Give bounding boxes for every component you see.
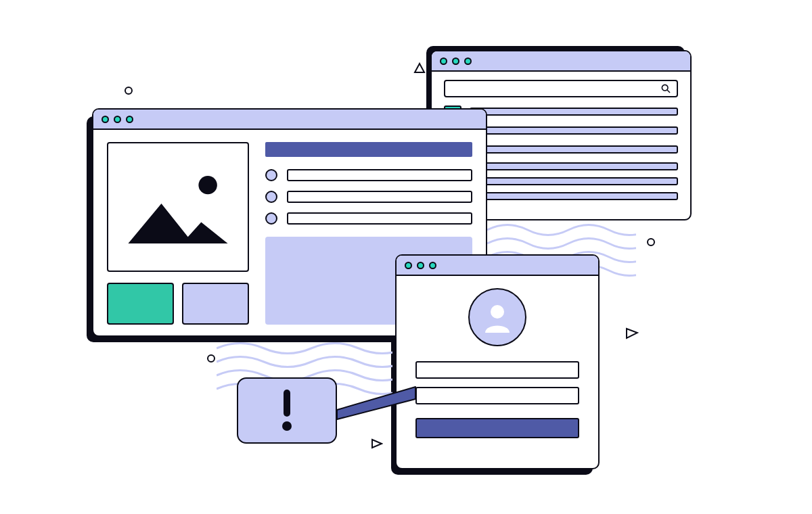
svg-point-7 bbox=[282, 421, 292, 431]
titlebar bbox=[432, 51, 690, 72]
search-icon bbox=[660, 83, 671, 94]
avatar bbox=[468, 288, 526, 346]
person-icon bbox=[479, 299, 516, 335]
decor-triangle-icon bbox=[413, 62, 426, 74]
image-placeholder-icon bbox=[108, 143, 248, 271]
text-line bbox=[287, 212, 472, 225]
decor-triangle-icon bbox=[371, 438, 383, 449]
traffic-light-icon bbox=[126, 116, 133, 123]
text-line bbox=[470, 145, 678, 154]
submit-button[interactable] bbox=[415, 418, 579, 438]
radio-icon[interactable] bbox=[265, 212, 277, 225]
svg-line-1 bbox=[667, 90, 670, 93]
svg-marker-8 bbox=[415, 64, 424, 72]
svg-marker-3 bbox=[128, 204, 227, 243]
decor-circle-icon bbox=[125, 87, 133, 95]
alert-bubble bbox=[237, 377, 337, 444]
decor-circle-icon bbox=[647, 238, 655, 246]
svg-point-2 bbox=[198, 176, 217, 194]
exclamation-icon bbox=[278, 388, 296, 433]
text-line bbox=[287, 169, 472, 181]
traffic-light-icon bbox=[114, 116, 121, 123]
illustration-stage bbox=[0, 0, 812, 514]
search-input[interactable] bbox=[444, 80, 678, 97]
text-line bbox=[287, 191, 472, 203]
traffic-light-icon bbox=[417, 262, 424, 269]
radio-icon[interactable] bbox=[265, 169, 277, 181]
radio-icon[interactable] bbox=[265, 191, 277, 203]
svg-point-4 bbox=[491, 305, 504, 319]
option-row[interactable] bbox=[265, 191, 472, 203]
svg-point-0 bbox=[662, 85, 668, 91]
traffic-light-icon bbox=[429, 262, 436, 269]
thumbnail[interactable] bbox=[107, 283, 174, 325]
svg-marker-5 bbox=[337, 387, 415, 419]
decor-triangle-icon bbox=[625, 327, 639, 340]
username-field[interactable] bbox=[415, 361, 579, 379]
traffic-light-icon bbox=[464, 57, 472, 65]
svg-marker-9 bbox=[372, 440, 382, 448]
titlebar bbox=[93, 110, 486, 130]
svg-rect-6 bbox=[284, 390, 290, 417]
traffic-light-icon bbox=[452, 57, 459, 65]
traffic-light-icon bbox=[440, 57, 447, 65]
image-placeholder bbox=[107, 142, 249, 272]
text-line bbox=[470, 126, 678, 135]
thumbnail[interactable] bbox=[182, 283, 249, 325]
traffic-light-icon bbox=[405, 262, 412, 269]
traffic-light-icon bbox=[102, 116, 109, 123]
decor-circle-icon bbox=[207, 354, 215, 363]
password-field[interactable] bbox=[415, 387, 579, 404]
svg-marker-10 bbox=[627, 329, 637, 338]
text-line bbox=[470, 108, 678, 116]
window-login bbox=[395, 254, 600, 469]
section-header-bar bbox=[265, 142, 472, 157]
option-row[interactable] bbox=[265, 169, 472, 181]
titlebar bbox=[397, 256, 598, 276]
option-row[interactable] bbox=[265, 212, 472, 225]
